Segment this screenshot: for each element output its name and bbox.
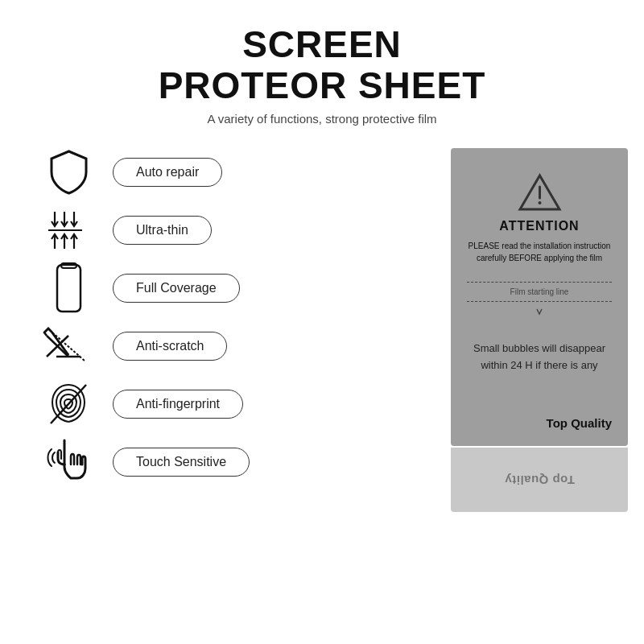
header: SCREEN PROTEOR SHEET A variety of functi… bbox=[159, 24, 486, 126]
card-front: ATTENTION PLEASE read the installation i… bbox=[451, 148, 628, 446]
hand-icon bbox=[40, 438, 97, 486]
full-coverage-label: Full Coverage bbox=[113, 274, 240, 303]
feature-auto-repair: Auto repair bbox=[40, 148, 435, 196]
main-title: SCREEN PROTEOR SHEET bbox=[159, 24, 486, 105]
shield-icon bbox=[40, 148, 97, 196]
subtitle: A variety of functions, strong protectiv… bbox=[159, 112, 486, 126]
svg-point-16 bbox=[538, 201, 541, 204]
feature-anti-scratch: Anti-scratch bbox=[40, 322, 435, 370]
features-list: Auto repair bbox=[16, 148, 435, 486]
card-back: Top Quality bbox=[451, 448, 628, 512]
anti-scratch-label: Anti-scratch bbox=[113, 332, 227, 361]
page-container: SCREEN PROTEOR SHEET A variety of functi… bbox=[0, 0, 644, 644]
attention-title: ATTENTION bbox=[499, 219, 579, 233]
arrows-icon bbox=[40, 206, 97, 254]
feature-full-coverage: Full Coverage bbox=[40, 264, 435, 312]
attention-text: PLEASE read the installation instruction… bbox=[467, 240, 612, 264]
top-quality-label: Top Quality bbox=[467, 400, 612, 430]
feature-anti-fingerprint: Anti-fingerprint bbox=[40, 380, 435, 428]
content-row: Auto repair bbox=[16, 148, 628, 512]
anti-fingerprint-label: Anti-fingerprint bbox=[113, 390, 243, 419]
fingerprint-icon bbox=[40, 380, 97, 428]
dashed-line-top bbox=[467, 282, 612, 283]
touch-sensitive-label: Touch Sensitive bbox=[113, 448, 250, 477]
phone-icon bbox=[40, 264, 97, 312]
bubble-text: Small bubbles will disappear within 24 H… bbox=[467, 341, 612, 374]
feature-ultra-thin: Ultra-thin bbox=[40, 206, 435, 254]
feature-touch-sensitive: Touch Sensitive bbox=[40, 438, 435, 486]
product-card: ATTENTION PLEASE read the installation i… bbox=[451, 148, 628, 512]
card-back-text: Top Quality bbox=[505, 473, 575, 487]
svg-rect-7 bbox=[57, 265, 80, 312]
film-label: Film starting line bbox=[510, 287, 569, 296]
dashed-line-bottom bbox=[467, 301, 612, 302]
warning-icon bbox=[518, 172, 562, 213]
scratch-icon bbox=[40, 322, 97, 370]
ultra-thin-label: Ultra-thin bbox=[113, 216, 212, 245]
auto-repair-label: Auto repair bbox=[113, 158, 222, 187]
